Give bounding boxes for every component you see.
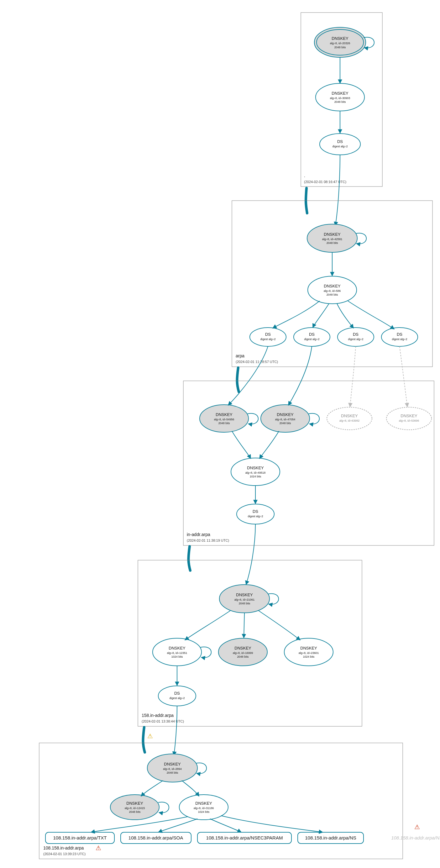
- svg-text:DNSKEY: DNSKEY: [277, 412, 294, 417]
- svg-point-43: [327, 407, 372, 430]
- zone-arpa-ts: (2024-02-01 11:28:57 UTC): [236, 360, 278, 364]
- node-158-dnskey-23601: DNSKEYalg=8, id=236011024 bits: [284, 638, 333, 666]
- node-arpa-dnskey-586: DNSKEY alg=8, id=586 2048 bits: [308, 276, 357, 304]
- svg-text:2048 bits: 2048 bits: [129, 810, 141, 813]
- svg-text:alg=8, id=21061: alg=8, id=21061: [234, 598, 255, 601]
- svg-text:108.158.in-addr.arpa/SOA: 108.158.in-addr.arpa/SOA: [128, 835, 183, 840]
- rr-soa: 108.158.in-addr.arpa/SOA: [121, 832, 191, 843]
- svg-text:alg=8, id=54956: alg=8, id=54956: [214, 418, 234, 421]
- node-inaddr-dnskey-47054: DNSKEYalg=8, id=470542048 bits: [261, 405, 310, 432]
- node-108-dnskey-12415: DNSKEYalg=8, id=124152048 bits: [110, 795, 159, 820]
- svg-text:digest alg=2: digest alg=2: [248, 515, 263, 518]
- svg-text:alg=8, id=31186: alg=8, id=31186: [194, 807, 214, 810]
- svg-text:1024 bits: 1024 bits: [250, 475, 261, 478]
- svg-point-31: [381, 328, 418, 346]
- node-108-dnskey-31186: DNSKEYalg=8, id=311861024 bits: [179, 795, 228, 820]
- node-root-ds: DS digest alg=2: [320, 133, 360, 155]
- rr-nsec3param: 108.158.in-addr.arpa/NSEC3PARAM: [197, 832, 291, 843]
- svg-text:DS: DS: [253, 509, 258, 514]
- svg-text:digest alg=2: digest alg=2: [392, 338, 407, 341]
- svg-text:DNSKEY: DNSKEY: [247, 465, 264, 470]
- rr-ns-faded: 108.158.in-addr.arpa/NS: [391, 835, 440, 840]
- node-inaddr-dnskey-53696: DNSKEYalg=8, id=53696: [386, 407, 432, 430]
- svg-text:alg=8, id=586: alg=8, id=586: [324, 289, 341, 292]
- svg-text:DNSKEY: DNSKEY: [300, 646, 317, 650]
- node-158-ds: DSdigest alg=2: [158, 686, 196, 706]
- svg-text:alg=8, id=63982: alg=8, id=63982: [339, 419, 360, 422]
- svg-point-10: [320, 133, 360, 155]
- node-arpa-ds-3: DSdigest alg=2: [338, 328, 374, 346]
- svg-text:digest alg=2: digest alg=2: [169, 696, 185, 700]
- node-root-dnskey-30903: DNSKEY alg=8, id=30903 2048 bits: [316, 83, 365, 111]
- svg-text:DNSKEY: DNSKEY: [332, 91, 348, 96]
- svg-text:DS: DS: [353, 332, 358, 337]
- svg-text:alg=8, id=12415: alg=8, id=12415: [125, 807, 145, 810]
- svg-text:DNSKEY: DNSKEY: [168, 646, 186, 650]
- node-arpa-ds-1: DSdigest alg=2: [250, 328, 286, 346]
- svg-text:DNSKEY: DNSKEY: [401, 413, 417, 418]
- node-inaddr-dnskey-63982: DNSKEYalg=8, id=63982: [327, 407, 372, 430]
- svg-point-25: [294, 328, 330, 346]
- svg-text:1024 bits: 1024 bits: [171, 655, 183, 658]
- svg-text:DNSKEY: DNSKEY: [164, 762, 181, 767]
- svg-point-46: [386, 407, 432, 430]
- svg-text:digest alg=2: digest alg=2: [333, 145, 348, 148]
- zone-158-ts: (2024-02-01 13:38:44 UTC): [142, 719, 184, 723]
- svg-text:alg=8, id=53696: alg=8, id=53696: [399, 419, 419, 422]
- svg-text:DNSKEY: DNSKEY: [126, 801, 143, 806]
- svg-text:2048 bits: 2048 bits: [239, 602, 250, 605]
- svg-point-28: [338, 328, 374, 346]
- svg-text:DNSKEY: DNSKEY: [324, 284, 341, 288]
- svg-text:alg=8, id=20326: alg=8, id=20326: [330, 42, 350, 45]
- warning-icon: ⚠: [147, 733, 153, 740]
- svg-text:DS: DS: [337, 139, 343, 144]
- svg-text:alg=8, id=2894: alg=8, id=2894: [163, 767, 182, 771]
- dnssec-graph: . (2024-02-01 08:16:47 UTC) DNSKEY alg=8…: [0, 0, 440, 868]
- svg-point-73: [158, 686, 196, 706]
- node-158-dnskey-12351: DNSKEYalg=8, id=123511024 bits: [153, 638, 201, 666]
- svg-text:2048 bits: 2048 bits: [326, 241, 338, 245]
- svg-text:alg=8, id=49518: alg=8, id=49518: [245, 471, 266, 474]
- node-arpa-dnskey-42581: DNSKEY alg=8, id=42581 2048 bits: [307, 224, 357, 252]
- zone-inaddr-label: in-addr.arpa: [187, 532, 210, 537]
- node-108-dnskey-2894: DNSKEYalg=8, id=28942048 bits: [147, 754, 197, 782]
- svg-text:2048 bits: 2048 bits: [237, 655, 249, 658]
- svg-text:DNSKEY: DNSKEY: [234, 646, 251, 650]
- rr-txt: 108.158.in-addr.arpa/TXT: [45, 832, 115, 843]
- svg-text:2048 bits: 2048 bits: [218, 422, 230, 425]
- node-158-dnskey-21061: DNSKEYalg=8, id=210612048 bits: [219, 585, 270, 613]
- zone-108-label: 108.158.in-addr.arpa: [43, 845, 84, 850]
- svg-text:alg=8, id=23601: alg=8, id=23601: [298, 651, 319, 654]
- node-inaddr-ds: DSdigest alg=2: [237, 504, 274, 524]
- zone-root-label: .: [304, 173, 305, 178]
- rr-ns: 108.158.in-addr.arpa/NS: [298, 832, 364, 843]
- svg-text:108.158.in-addr.arpa/NS: 108.158.in-addr.arpa/NS: [305, 835, 356, 840]
- svg-text:alg=8, id=47054: alg=8, id=47054: [275, 418, 295, 421]
- node-158-dnskey-16999: DNSKEYalg=8, id=169992048 bits: [218, 638, 267, 666]
- svg-text:alg=8, id=16999: alg=8, id=16999: [233, 651, 253, 654]
- svg-text:2048 bits: 2048 bits: [326, 293, 338, 296]
- zone-root-ts: (2024-02-01 08:16:47 UTC): [304, 180, 346, 184]
- svg-text:DS: DS: [265, 332, 271, 337]
- svg-text:2048 bits: 2048 bits: [167, 771, 178, 774]
- svg-text:digest alg=2: digest alg=2: [304, 338, 320, 341]
- svg-text:DNSKEY: DNSKEY: [195, 801, 212, 806]
- svg-text:DNSKEY: DNSKEY: [341, 413, 358, 418]
- svg-text:108.158.in-addr.arpa/TXT: 108.158.in-addr.arpa/TXT: [53, 835, 107, 840]
- zone-108-ts: (2024-02-01 13:39:23 UTC): [43, 852, 86, 856]
- svg-text:digest alg=2: digest alg=2: [260, 338, 276, 341]
- svg-text:DNSKEY: DNSKEY: [236, 592, 253, 597]
- node-inaddr-dnskey-54956: DNSKEYalg=8, id=549562048 bits: [200, 405, 249, 432]
- svg-text:2048 bits: 2048 bits: [280, 422, 291, 425]
- node-inaddr-dnskey-49518: DNSKEYalg=8, id=495181024 bits: [231, 458, 280, 486]
- svg-text:alg=8, id=42581: alg=8, id=42581: [322, 238, 343, 241]
- svg-text:DS: DS: [397, 332, 402, 337]
- svg-text:DS: DS: [174, 691, 180, 695]
- svg-text:108.158.in-addr.arpa/NSEC3PARA: 108.158.in-addr.arpa/NSEC3PARAM: [206, 835, 283, 840]
- svg-text:digest alg=2: digest alg=2: [348, 338, 364, 341]
- svg-text:2048 bits: 2048 bits: [335, 100, 346, 103]
- zone-arpa-label: arpa: [236, 353, 245, 358]
- node-arpa-ds-4: DSdigest alg=2: [381, 328, 418, 346]
- svg-text:1024 bits: 1024 bits: [198, 810, 210, 813]
- svg-text:DNSKEY: DNSKEY: [216, 412, 232, 417]
